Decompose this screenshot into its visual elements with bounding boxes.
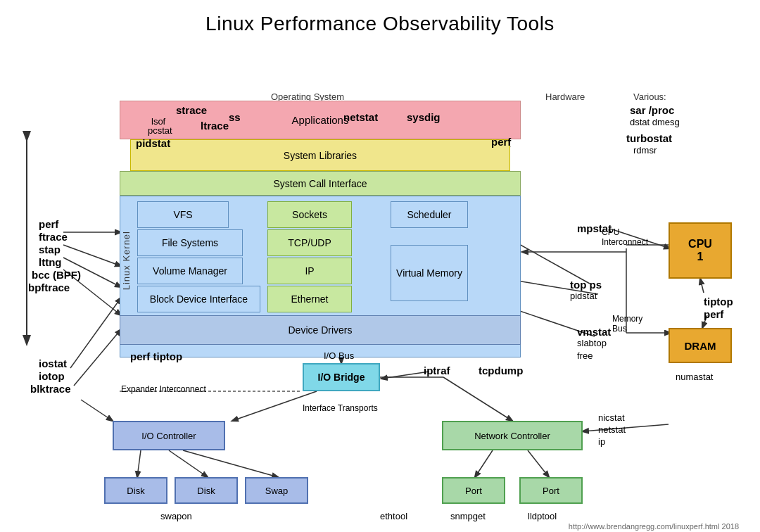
snmpget-label: snmpget xyxy=(450,511,486,521)
svg-line-38 xyxy=(475,450,493,477)
various-label: Various: xyxy=(633,91,666,102)
vfs-box: VFS xyxy=(137,201,229,228)
svg-line-28 xyxy=(81,400,113,421)
netcontroller-box: Network Controller xyxy=(442,421,583,450)
perf-top-label: perf xyxy=(491,136,511,148)
blockdev-label: Block Device Interface xyxy=(150,293,248,305)
perf-left-label: perf xyxy=(39,218,58,230)
svg-line-34 xyxy=(183,450,278,477)
cpu-box: CPU 1 xyxy=(669,222,732,279)
bpftrace-label: bpftrace xyxy=(28,281,70,293)
stap-label: stap xyxy=(39,243,61,255)
vmstat-label: vmstat xyxy=(577,326,611,338)
disk2-box: Disk xyxy=(175,477,238,504)
svg-line-40 xyxy=(381,372,429,379)
port2-box: Port xyxy=(519,477,583,504)
applications-label: Applications xyxy=(292,114,349,126)
netstat2-label: netstat xyxy=(598,424,626,435)
pidstat-top-label: pidstat xyxy=(136,137,170,149)
free-label: free xyxy=(577,350,593,361)
svg-line-13 xyxy=(63,245,121,266)
kernel-label: Linux Kernel xyxy=(121,231,132,290)
numastat-label: numastat xyxy=(676,372,713,382)
blktrace-label: blktrace xyxy=(30,383,71,395)
svg-line-32 xyxy=(137,450,141,477)
top-ps-label: top ps xyxy=(570,279,602,291)
svg-line-20 xyxy=(700,279,704,293)
system-call-layer: System Call Interface xyxy=(120,171,521,196)
iocontroller-box: I/O Controller xyxy=(113,421,225,450)
sockets-box: Sockets xyxy=(267,201,352,228)
swap-box: Swap xyxy=(245,477,308,504)
ftrace-label: ftrace xyxy=(39,231,68,243)
strace-label: strace xyxy=(176,104,207,116)
sar-proc-label: sar /proc xyxy=(630,104,674,116)
iobus-label: I/O Bus xyxy=(324,350,354,361)
hardware-section-label: Hardware xyxy=(545,91,585,102)
device-drivers-box: Device Drivers xyxy=(120,315,521,345)
system-call-label: System Call Interface xyxy=(273,178,367,189)
iptraf-label: iptraf xyxy=(424,365,450,376)
perf-right-label: perf xyxy=(704,308,723,320)
memory-bus-label: MemoryBus xyxy=(612,314,642,334)
svg-line-33 xyxy=(169,450,208,477)
system-libraries-layer: System Libraries xyxy=(130,139,510,171)
volumemgr-box: Volume Manager xyxy=(137,258,243,284)
blockdev-box: Block Device Interface xyxy=(137,286,260,312)
netstat-label: netstat xyxy=(343,111,378,123)
perf-tiptop-label: perf tiptop xyxy=(130,350,182,362)
slabtop-label: slabtop xyxy=(577,338,607,348)
ethernet-box: Ethernet xyxy=(267,286,352,312)
svg-line-26 xyxy=(70,298,121,368)
iobridge-box: I/O Bridge xyxy=(303,363,380,391)
iotop-label: iotop xyxy=(39,370,65,382)
swapon-label: swapon xyxy=(160,511,192,521)
virtmem-box: Virtual Memory xyxy=(391,245,468,301)
tcpdump-label: tcpdump xyxy=(479,365,523,376)
tcpudp-box: TCP/UDP xyxy=(267,229,352,256)
tiptop-right-label: tiptop xyxy=(704,296,733,308)
pcstat-label: pcstat xyxy=(148,125,172,136)
ss-label: ss xyxy=(229,111,241,123)
nicstat-label: nicstat xyxy=(598,412,625,423)
svg-line-39 xyxy=(528,450,549,477)
dram-box: DRAM xyxy=(669,328,732,363)
dstat-dmesg-label: dstat dmesg xyxy=(630,117,680,127)
sysdig-label: sysdig xyxy=(407,111,441,123)
disk1-box: Disk xyxy=(104,477,167,504)
ethtool-label: ethtool xyxy=(380,511,407,521)
system-libraries-label: System Libraries xyxy=(284,150,357,161)
lttng-label: lttng xyxy=(39,256,61,268)
svg-line-36 xyxy=(443,377,512,421)
bcc-label: bcc (BPF) xyxy=(32,269,81,281)
ip-box: IP xyxy=(267,258,352,284)
pidstat-label: pidstat xyxy=(570,291,597,301)
ltrace-label: ltrace xyxy=(201,120,229,132)
ip-right-label: ip xyxy=(598,436,605,447)
mpstat-label: mpstat xyxy=(577,222,612,234)
iostat-label: iostat xyxy=(39,357,67,369)
lldptool-label: lldptool xyxy=(528,511,557,521)
svg-line-27 xyxy=(74,329,121,386)
port1-box: Port xyxy=(442,477,505,504)
expander-label: Expander Interconnect xyxy=(121,384,206,394)
page-title: Linux Performance Observability Tools xyxy=(0,0,760,41)
interface-transports-label: Interface Transports xyxy=(303,403,378,413)
scheduler-box: Scheduler xyxy=(391,201,468,228)
rdmsr-label: rdmsr xyxy=(633,145,657,156)
url-label: http://www.brendangregg.com/linuxperf.ht… xyxy=(569,522,739,531)
turbostat-label: turbostat xyxy=(626,132,672,144)
filesystems-box: File Systems xyxy=(137,229,243,256)
